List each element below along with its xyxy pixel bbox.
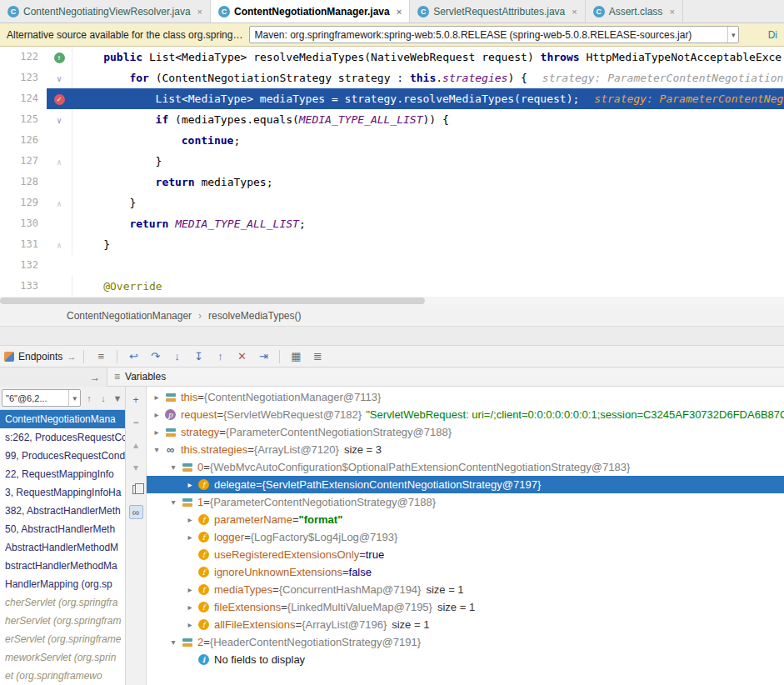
step-out-icon[interactable]: ↑ (211, 348, 229, 365)
line-number[interactable]: 122 (0, 47, 47, 68)
breadcrumb-item[interactable]: ContentNegotiationManager (67, 310, 192, 322)
show-watches-icon[interactable]: ∞ (129, 505, 143, 519)
code-line[interactable]: 123∨for (ContentNegotiationStrategy stra… (0, 68, 784, 88)
add-watch-icon[interactable]: + (129, 392, 143, 407)
variable-row[interactable]: ▸fmediaTypes = {ConcurrentHashMap@7194}s… (147, 581, 784, 598)
tab-close-icon[interactable]: × (397, 7, 402, 17)
frame-row[interactable]: 50, AbstractHandlerMeth (0, 520, 125, 538)
thread-selector[interactable]: "6"@6,2... ▾ (2, 389, 81, 407)
variable-row[interactable]: ▸fparameterName = "format" (147, 511, 784, 528)
copy-icon[interactable] (129, 482, 143, 497)
variable-row[interactable]: ▾0 = {WebMvcAutoConfiguration$OptionalPa… (147, 458, 784, 476)
variable-row[interactable]: iNo fields to display (147, 651, 784, 668)
expand-chevron-icon[interactable]: ▾ (167, 638, 180, 647)
variable-row[interactable]: ▸ffileExtensions = {LinkedMultiValueMap@… (147, 598, 784, 616)
variable-row[interactable]: ▾∞this.strategies = {ArrayList@7120}size… (147, 441, 784, 458)
expand-chevron-icon[interactable]: ▸ (183, 620, 197, 629)
menu-icon[interactable]: ≡ (92, 348, 110, 365)
expand-chevron-icon[interactable]: ▸ (150, 410, 163, 419)
endpoints-tab[interactable]: Endpoints → (4, 351, 76, 362)
run-to-cursor-icon[interactable]: ⇥ (254, 348, 272, 365)
variable-row[interactable]: fignoreUnknownExtensions = false (147, 563, 784, 581)
frame-row[interactable]: 22, RequestMappingInfo (0, 465, 125, 483)
source-jar-combobox[interactable]: Maven: org.springframework:spring-web:5.… (249, 26, 739, 43)
scroll-down-icon[interactable]: ▾ (129, 460, 143, 474)
frame-row[interactable]: s:262, ProducesRequestCo (0, 428, 125, 447)
add-to-watches-icon[interactable]: → (90, 372, 100, 383)
code-editor[interactable]: 122↑public List<MediaType> resolveMediaT… (0, 47, 784, 305)
line-number[interactable]: 123 (0, 68, 47, 88)
breakpoint-icon[interactable]: ✓ (54, 94, 65, 105)
editor-tab[interactable]: CAssert.class× (586, 0, 683, 22)
frame-down-icon[interactable]: ↓ (97, 393, 109, 403)
horizontal-scrollbar[interactable] (0, 297, 784, 305)
variable-row[interactable]: ▸this = {ContentNegotiationManager@7113} (147, 388, 784, 406)
expand-chevron-icon[interactable]: ▾ (167, 498, 180, 507)
line-number[interactable]: 130 (0, 213, 47, 234)
line-number[interactable]: 129 (0, 192, 47, 213)
tab-close-icon[interactable]: × (197, 7, 202, 17)
chevron-down-icon[interactable]: ▾ (727, 27, 739, 42)
frame-row[interactable]: cherServlet (org.springfra (0, 593, 125, 612)
drop-frame-icon[interactable]: ✕ (232, 348, 251, 365)
expand-chevron-icon[interactable]: ▾ (167, 462, 180, 472)
frame-row[interactable]: HandlerMapping (org.sp (0, 575, 125, 593)
line-number[interactable]: 126 (0, 130, 47, 151)
remove-watch-icon[interactable]: − (129, 415, 143, 429)
frame-row[interactable]: AbstractHandlerMethodM (0, 538, 125, 557)
code-line[interactable]: 124✓List<MediaType> mediaTypes = strateg… (0, 88, 784, 109)
code-line[interactable]: 130return MEDIA_TYPE_ALL_LIST; (0, 213, 784, 234)
line-number[interactable]: 127 (0, 151, 47, 172)
code-line[interactable]: 127∧} (0, 151, 784, 172)
code-line[interactable]: 132 (0, 255, 784, 276)
settings-icon[interactable]: ≣ (308, 348, 327, 365)
filter-icon[interactable]: ▼ (112, 393, 123, 403)
frame-row[interactable]: et (org.springframewo (0, 667, 125, 685)
code-line[interactable]: 131∧} (0, 234, 784, 255)
expand-chevron-icon[interactable]: ▸ (150, 392, 163, 402)
line-number[interactable]: 125 (0, 109, 47, 130)
variable-row[interactable]: ▾1 = {ParameterContentNegotiationStrateg… (147, 493, 784, 511)
line-number[interactable]: 132 (0, 255, 47, 276)
variable-row[interactable]: ▾2 = {HeaderContentNegotiationStrategy@7… (147, 633, 784, 651)
code-line[interactable]: 126continue; (0, 130, 784, 151)
scroll-up-icon[interactable]: ▴ (129, 438, 143, 452)
show-execution-point-icon[interactable]: ↩ (124, 348, 142, 365)
line-number[interactable]: 131 (0, 234, 47, 255)
expand-chevron-icon[interactable]: ▸ (183, 602, 197, 612)
expand-chevron-icon[interactable]: ▾ (150, 445, 163, 454)
frame-up-icon[interactable]: ↑ (83, 393, 95, 403)
code-line[interactable]: 133@Override (0, 276, 784, 297)
variable-row[interactable]: ▸fdelegate = {ServletPathExtensionConten… (147, 476, 784, 493)
force-step-into-icon[interactable]: ↧ (189, 348, 207, 365)
code-line[interactable]: 125∨if (mediaTypes.equals(MEDIA_TYPE_ALL… (0, 109, 784, 130)
expand-chevron-icon[interactable]: ▸ (183, 532, 197, 542)
frame-row[interactable]: 99, ProducesRequestCond (0, 447, 125, 465)
disable-link[interactable]: Di (768, 29, 777, 41)
frame-row[interactable]: meworkServlet (org.sprin (0, 648, 125, 667)
editor-tab[interactable]: CContentNegotiatingViewResolver.java× (0, 0, 211, 22)
expand-chevron-icon[interactable]: ▸ (183, 480, 197, 489)
scrollbar-thumb[interactable] (0, 298, 425, 304)
frame-row[interactable]: ContentNegotiationMana (0, 410, 125, 428)
frame-row[interactable]: 3, RequestMappingInfoHa (0, 483, 125, 502)
variable-row[interactable]: fuseRegisteredExtensionsOnly = true (147, 546, 784, 563)
variable-row[interactable]: ▸prequest = {ServletWebRequest@7182}"Ser… (147, 406, 784, 423)
code-line[interactable]: 122↑public List<MediaType> resolveMediaT… (0, 47, 784, 68)
line-number[interactable]: 124 (0, 88, 47, 109)
editor-tab[interactable]: CServletRequestAttributes.java× (410, 0, 586, 22)
line-number[interactable]: 128 (0, 172, 47, 192)
frame-row[interactable]: 382, AbstractHandlerMeth (0, 502, 125, 520)
expand-chevron-icon[interactable]: ▸ (183, 585, 197, 594)
frame-row[interactable]: erServlet (org.springframe (0, 630, 125, 648)
code-line[interactable]: 129∧} (0, 192, 784, 213)
tab-close-icon[interactable]: × (669, 7, 674, 17)
implements-icon[interactable]: ↑ (54, 52, 65, 63)
chevron-down-icon[interactable]: ▾ (68, 390, 80, 406)
tab-close-icon[interactable]: × (572, 7, 577, 17)
editor-tab[interactable]: CContentNegotiationManager.java× (211, 0, 410, 22)
layout-grid-icon[interactable]: ▦ (287, 348, 305, 365)
step-over-icon[interactable]: ↷ (146, 348, 164, 365)
variable-row[interactable]: ▸fallFileExtensions = {ArrayList@7196}si… (147, 616, 784, 633)
expand-chevron-icon[interactable]: ▸ (150, 428, 163, 437)
